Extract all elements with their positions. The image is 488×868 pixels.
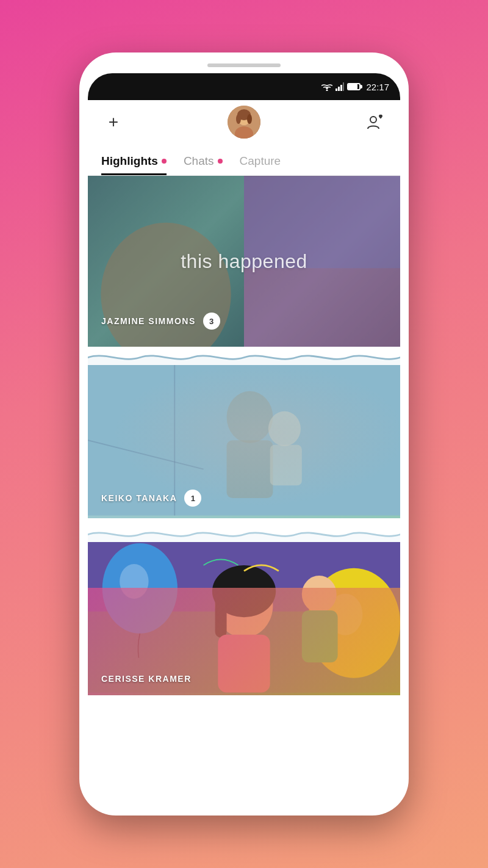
tab-chats-dot bbox=[218, 159, 223, 164]
svg-rect-1 bbox=[336, 89, 337, 91]
svg-point-26 bbox=[227, 391, 273, 443]
svg-line-25 bbox=[88, 440, 204, 469]
svg-point-37 bbox=[212, 565, 276, 617]
card-user-label-keiko: KEIKO TANAKA 1 bbox=[101, 490, 201, 507]
jazmine-count-badge: 3 bbox=[203, 313, 220, 330]
wave-separator-1 bbox=[88, 347, 400, 365]
svg-rect-39 bbox=[218, 635, 270, 693]
status-bar: 22:17 bbox=[88, 73, 400, 100]
phone-notch bbox=[207, 63, 281, 67]
svg-point-0 bbox=[326, 90, 328, 92]
svg-rect-3 bbox=[340, 85, 342, 91]
svg-point-12 bbox=[370, 117, 376, 123]
phone-device: 22:17 + bbox=[79, 52, 409, 816]
add-button[interactable]: + bbox=[101, 112, 126, 132]
wifi-icon bbox=[321, 82, 332, 91]
svg-point-10 bbox=[247, 114, 252, 124]
phone-screen: 22:17 + bbox=[88, 73, 400, 791]
signal-icon bbox=[336, 82, 344, 91]
wave-separator-2 bbox=[88, 524, 400, 542]
tab-capture[interactable]: Capture bbox=[240, 154, 281, 175]
svg-rect-29 bbox=[270, 445, 302, 485]
svg-rect-2 bbox=[338, 87, 340, 91]
cerisse-name: CERISSE KRAMER bbox=[101, 674, 192, 684]
jazmine-name: JAZMINE SIMMONS bbox=[101, 316, 196, 326]
avatar[interactable] bbox=[228, 106, 260, 139]
tab-capture-label: Capture bbox=[240, 154, 281, 168]
card-user-label-jazmine: JAZMINE SIMMONS 3 bbox=[101, 313, 220, 330]
status-time: 22:17 bbox=[366, 82, 389, 92]
keiko-count-badge: 1 bbox=[184, 490, 201, 507]
tab-chats[interactable]: Chats bbox=[184, 154, 223, 175]
svg-point-35 bbox=[328, 593, 362, 635]
story-card-keiko[interactable]: KEIKO TANAKA 1 bbox=[88, 365, 400, 524]
person-heart-icon bbox=[365, 113, 384, 131]
svg-point-28 bbox=[268, 411, 301, 446]
card-bg-3 bbox=[88, 542, 400, 695]
story-card-jazmine[interactable]: this happened JAZMINE SIMMONS 3 bbox=[88, 176, 400, 347]
status-icons: 22:17 bbox=[321, 82, 389, 92]
svg-rect-4 bbox=[343, 82, 344, 91]
avatar-image bbox=[228, 106, 260, 139]
tab-highlights-label: Highlights bbox=[101, 154, 158, 168]
svg-point-40 bbox=[302, 576, 337, 613]
this-happened-text: this happened bbox=[181, 250, 307, 273]
app-header: + bbox=[88, 100, 400, 144]
tab-chats-label: Chats bbox=[184, 154, 214, 168]
story-card-cerisse[interactable]: CERISSE KRAMER bbox=[88, 542, 400, 701]
card-user-label-cerisse: CERISSE KRAMER bbox=[101, 674, 192, 684]
profile-icon-button[interactable] bbox=[362, 110, 387, 134]
svg-rect-27 bbox=[227, 440, 273, 498]
battery-icon bbox=[347, 83, 361, 90]
svg-rect-41 bbox=[302, 610, 338, 662]
svg-point-9 bbox=[236, 114, 241, 124]
tabs-bar: Highlights Chats Capture bbox=[88, 144, 400, 176]
svg-point-32 bbox=[102, 543, 178, 634]
tab-highlights-dot bbox=[162, 159, 167, 164]
svg-point-33 bbox=[120, 564, 148, 599]
content-area: this happened JAZMINE SIMMONS 3 bbox=[88, 176, 400, 791]
tab-highlights[interactable]: Highlights bbox=[101, 154, 167, 175]
keiko-name: KEIKO TANAKA bbox=[101, 493, 177, 503]
svg-rect-38 bbox=[215, 591, 227, 638]
